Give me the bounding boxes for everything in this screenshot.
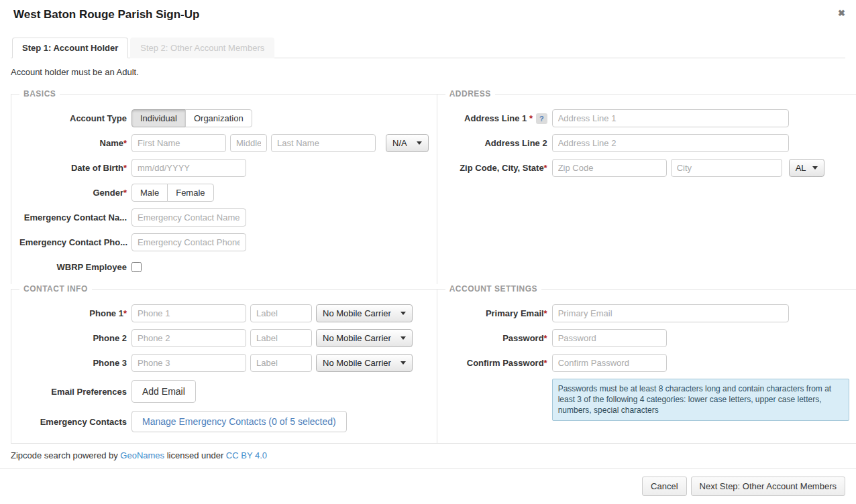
phone3-input[interactable] (131, 354, 246, 372)
contact-info-section: CONTACT INFO Phone 1* No Mobile Carrier … (11, 284, 437, 444)
zip-city-state-row: Zip Code, City, State* AL (445, 159, 849, 177)
tab-step2-other-account-members[interactable]: Step 2: Other Account Members (130, 38, 274, 58)
cc-by-license-link[interactable]: CC BY 4.0 (226, 450, 267, 460)
gender-label: Gender* (19, 188, 127, 198)
phone3-carrier-select[interactable]: No Mobile Carrier (316, 354, 413, 372)
emergency-contact-name-row: Emergency Contact Na... (19, 208, 429, 227)
city-input[interactable] (671, 159, 782, 177)
address-line2-input[interactable] (552, 134, 789, 152)
phone3-row: Phone 3 No Mobile Carrier (19, 354, 429, 372)
chevron-down-icon (812, 166, 818, 170)
emergency-contact-phone-input[interactable] (131, 233, 246, 251)
gender-male-button[interactable]: Male (131, 184, 168, 202)
phone1-carrier-value: No Mobile Carrier (323, 308, 391, 318)
page-title: West Baton Rouge Parish Sign-Up (13, 8, 843, 21)
account-type-label: Account Type (19, 113, 127, 123)
basics-legend: BASICS (19, 89, 60, 99)
account-type-organization-button[interactable]: Organization (185, 109, 252, 127)
chevron-down-icon (400, 312, 406, 315)
gender-row: Gender* Male Female (19, 184, 429, 202)
emergency-contact-phone-row: Emergency Contact Pho... (19, 233, 429, 251)
add-email-button[interactable]: Add Email (131, 380, 196, 403)
password-input[interactable] (552, 329, 667, 347)
chevron-down-icon (400, 336, 406, 340)
password-note-row: Passwords must be at least 8 characters … (445, 379, 849, 421)
phone3-label-input[interactable] (250, 354, 312, 372)
contact-info-legend: CONTACT INFO (19, 284, 92, 294)
required-asterisk: * (544, 358, 547, 368)
phone2-input[interactable] (131, 329, 246, 347)
next-step-button[interactable]: Next Step: Other Account Members (691, 477, 845, 496)
confirm-password-label: Confirm Password* (445, 358, 547, 368)
state-value: AL (796, 163, 806, 173)
primary-email-row: Primary Email* (445, 304, 849, 322)
address-section: ADDRESS Address Line 1 *? Address Line 2… (437, 89, 856, 284)
phone1-carrier-select[interactable]: No Mobile Carrier (316, 304, 413, 322)
primary-email-input[interactable] (552, 304, 789, 322)
primary-email-label: Primary Email* (445, 308, 547, 318)
emergency-contact-name-label: Emergency Contact Na... (19, 212, 127, 223)
address-line1-input[interactable] (552, 109, 789, 127)
name-suffix-select[interactable]: N/A (386, 134, 429, 152)
name-label: Name* (19, 138, 127, 148)
dob-label: Date of Birth* (19, 163, 127, 173)
required-asterisk: * (123, 163, 127, 173)
middle-name-input[interactable] (230, 134, 267, 152)
gender-female-button[interactable]: Female (167, 184, 213, 202)
dob-row: Date of Birth* (19, 159, 429, 177)
phone2-label-input[interactable] (250, 329, 312, 347)
confirm-password-input[interactable] (552, 354, 667, 372)
required-asterisk: * (123, 188, 127, 198)
cancel-button[interactable]: Cancel (642, 477, 686, 496)
email-preferences-label: Email Preferences (19, 387, 127, 397)
wbrp-employee-checkbox[interactable] (131, 262, 142, 272)
tab-bar: Step 1: Account Holder Step 2: Other Acc… (11, 38, 845, 58)
emergency-contact-name-input[interactable] (131, 208, 246, 227)
address-line2-label: Address Line 2 (445, 138, 547, 148)
account-type-individual-button[interactable]: Individual (131, 109, 186, 127)
first-name-input[interactable] (131, 134, 226, 152)
emergency-contact-phone-label: Emergency Contact Pho... (19, 237, 127, 247)
account-settings-section: ACCOUNT SETTINGS Primary Email* Password… (437, 284, 856, 444)
required-asterisk: * (544, 163, 547, 173)
phone3-label: Phone 3 (19, 358, 127, 368)
account-settings-legend: ACCOUNT SETTINGS (445, 284, 541, 294)
state-select[interactable]: AL (789, 159, 824, 177)
email-preferences-row: Email Preferences Add Email (19, 380, 429, 403)
phone1-row: Phone 1* No Mobile Carrier (19, 304, 429, 322)
basics-section: BASICS Account Type Individual Organizat… (11, 89, 437, 284)
tab-step1-account-holder[interactable]: Step 1: Account Holder (12, 38, 128, 58)
adult-note: Account holder must be an Adult. (11, 67, 845, 77)
phone2-carrier-value: No Mobile Carrier (323, 333, 391, 343)
required-asterisk: * (123, 308, 127, 318)
attribution-text: licensed under (164, 450, 226, 460)
chevron-down-icon (417, 141, 422, 145)
emergency-contacts-label: Emergency Contacts (19, 417, 127, 427)
phone3-carrier-value: No Mobile Carrier (323, 358, 391, 368)
zip-code-input[interactable] (552, 159, 667, 177)
required-asterisk: * (529, 113, 533, 123)
phone2-carrier-select[interactable]: No Mobile Carrier (316, 329, 413, 347)
account-type-row: Account Type Individual Organization (19, 109, 429, 127)
dialog-header: West Baton Rouge Parish Sign-Up ✖ (0, 0, 856, 21)
address-legend: ADDRESS (445, 89, 495, 99)
close-icon[interactable]: ✖ (838, 9, 845, 17)
required-asterisk: * (544, 308, 547, 318)
action-bar: Cancel Next Step: Other Account Members (0, 468, 856, 504)
account-type-toggle: Individual Organization (131, 109, 252, 127)
phone1-input[interactable] (131, 304, 246, 322)
dob-input[interactable] (131, 159, 246, 177)
geonames-link[interactable]: GeoNames (120, 450, 164, 460)
password-requirements-note: Passwords must be at least 8 characters … (552, 379, 849, 421)
required-asterisk: * (544, 333, 547, 343)
zipcode-attribution: Zipcode search powered by GeoNames licen… (11, 450, 845, 460)
confirm-password-row: Confirm Password* (445, 354, 849, 372)
phone1-label-input[interactable] (250, 304, 312, 322)
help-icon[interactable]: ? (536, 113, 547, 124)
password-row: Password* (445, 329, 849, 347)
manage-emergency-contacts-button[interactable]: Manage Emergency Contacts (0 of 5 select… (131, 411, 347, 432)
last-name-input[interactable] (271, 134, 376, 152)
address-line2-row: Address Line 2 (445, 134, 849, 152)
gender-toggle: Male Female (131, 184, 214, 202)
name-suffix-value: N/A (392, 138, 407, 148)
